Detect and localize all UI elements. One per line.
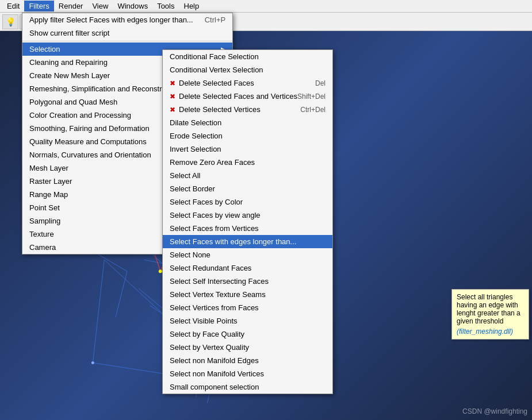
select-visible-points[interactable]: Select Visible Points bbox=[163, 314, 332, 327]
delete-selected-vertices[interactable]: ✖Delete Selected Vertices Ctrl+Del bbox=[163, 103, 332, 116]
svg-line-15 bbox=[93, 260, 104, 363]
delete-selected-faces-vertices[interactable]: ✖Delete Selected Faces and Vertices Shif… bbox=[163, 90, 332, 103]
delete-faces-vertices-icon: ✖ bbox=[170, 93, 175, 101]
apply-filter-item[interactable]: Apply filter Select Faces with edges lon… bbox=[22, 13, 232, 26]
delete-vertices-icon: ✖ bbox=[170, 106, 175, 114]
show-filter-script-item[interactable]: Show current filter script bbox=[22, 26, 232, 40]
select-by-face-quality[interactable]: Select by Face Quality bbox=[163, 327, 332, 341]
invert-selection[interactable]: Invert Selection bbox=[163, 142, 332, 156]
remove-zero-area-faces[interactable]: Remove Zero Area Faces bbox=[163, 156, 332, 169]
menu-edit[interactable]: Edit bbox=[2, 1, 24, 11]
conditional-face-selection[interactable]: Conditional Face Selection bbox=[163, 50, 332, 63]
svg-line-14 bbox=[93, 363, 167, 374]
select-non-manifold-vertices[interactable]: Select non Manifold Vertices bbox=[163, 367, 332, 380]
toolbar-btn-1[interactable]: 💡 bbox=[2, 14, 18, 29]
selection-submenu: Conditional Face Selection Conditional V… bbox=[162, 49, 333, 394]
small-component-selection[interactable]: Small component selection bbox=[163, 380, 332, 394]
erode-selection[interactable]: Erode Selection bbox=[163, 129, 332, 142]
select-all[interactable]: Select All bbox=[163, 169, 332, 182]
filter-dll-name: (filter_meshing.dll) bbox=[457, 327, 524, 336]
select-self-intersecting-faces[interactable]: Select Self Intersecting Faces bbox=[163, 275, 332, 288]
menu-separator-1 bbox=[22, 41, 232, 41]
select-faces-by-view-angle[interactable]: Select Faces by view angle bbox=[163, 209, 332, 222]
main-area: Apply filter Select Faces with edges lon… bbox=[0, 31, 532, 420]
select-border[interactable]: Select Border bbox=[163, 182, 332, 195]
tooltip-box: Select all triangles having an edge with… bbox=[451, 289, 529, 340]
select-faces-edges-longer[interactable]: Select Faces with edges longer than... bbox=[163, 235, 332, 248]
menu-view[interactable]: View bbox=[87, 1, 113, 11]
select-redundant-faces[interactable]: Select Redundant Faces bbox=[163, 261, 332, 275]
menu-filters[interactable]: Filters bbox=[24, 1, 53, 11]
select-faces-by-color[interactable]: Select Faces by Color bbox=[163, 195, 332, 209]
menu-render[interactable]: Render bbox=[54, 1, 88, 11]
select-non-manifold-edges[interactable]: Select non Manifold Edges bbox=[163, 354, 332, 367]
menubar: Edit Filters Render View Windows Tools H… bbox=[0, 0, 532, 13]
svg-point-43 bbox=[91, 361, 94, 364]
svg-point-47 bbox=[159, 269, 162, 273]
dilate-selection[interactable]: Dilate Selection bbox=[163, 116, 332, 129]
select-faces-from-vertices[interactable]: Select Faces from Vertices bbox=[163, 222, 332, 235]
menu-tools[interactable]: Tools bbox=[152, 1, 179, 11]
menu-help[interactable]: Help bbox=[179, 1, 204, 11]
select-by-vertex-quality[interactable]: Select by Vertex Quality bbox=[163, 341, 332, 354]
delete-selected-faces[interactable]: ✖Delete Selected Faces Del bbox=[163, 76, 332, 90]
select-vertices-from-faces[interactable]: Select Vertices from Faces bbox=[163, 301, 332, 314]
conditional-vertex-selection[interactable]: Conditional Vertex Selection bbox=[163, 63, 332, 76]
menu-windows[interactable]: Windows bbox=[113, 1, 152, 11]
select-none[interactable]: Select None bbox=[163, 248, 332, 261]
delete-faces-icon: ✖ bbox=[170, 79, 175, 87]
select-vertex-texture-seams[interactable]: Select Vertex Texture Seams bbox=[163, 288, 332, 301]
svg-line-23 bbox=[116, 271, 127, 317]
watermark: CSDN @windfighting bbox=[462, 407, 527, 415]
